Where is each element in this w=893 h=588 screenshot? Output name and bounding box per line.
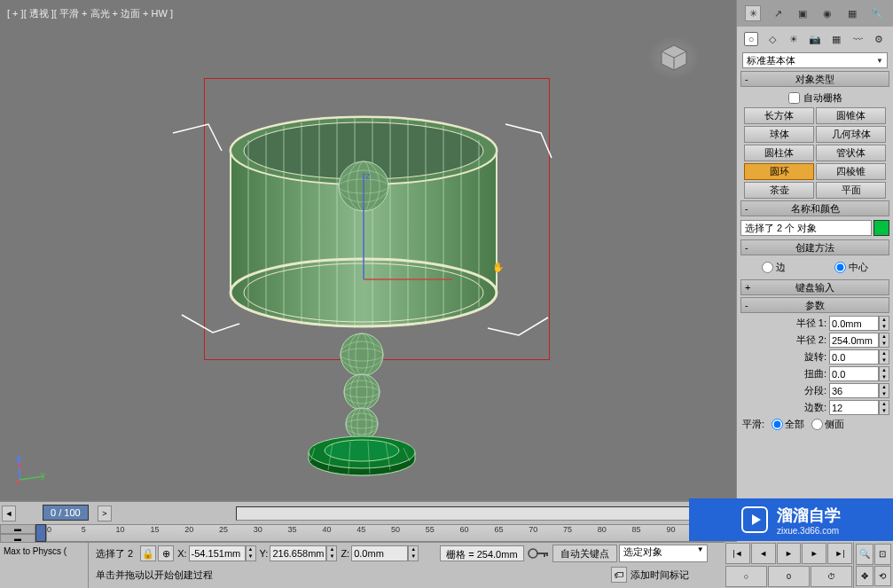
smooth-side-radio[interactable] bbox=[811, 419, 823, 430]
track-toggles[interactable]: ▬▬ bbox=[0, 524, 35, 542]
torus-button[interactable]: 圆环 bbox=[744, 163, 814, 180]
tick: 75 bbox=[563, 525, 572, 534]
svg-rect-63 bbox=[546, 553, 548, 556]
cylinder-button[interactable]: 圆柱体 bbox=[744, 145, 814, 161]
keyframe-marker[interactable] bbox=[35, 524, 46, 542]
object-type-rollout[interactable]: -对象类型 bbox=[740, 71, 889, 87]
spacewarps-icon[interactable]: 〰 bbox=[850, 32, 865, 46]
segments-spinner[interactable]: ▲▼ bbox=[879, 383, 889, 398]
name-color-rollout[interactable]: -名称和颜色 bbox=[740, 200, 889, 216]
transform-type-icon[interactable]: ⊕ bbox=[158, 545, 174, 561]
time-config-icon[interactable]: ⏱ bbox=[811, 566, 852, 587]
tick: 60 bbox=[460, 525, 469, 534]
radius1-input[interactable] bbox=[829, 316, 879, 331]
lights-icon[interactable]: ☀ bbox=[787, 32, 801, 46]
tick: 0 bbox=[47, 525, 51, 534]
script-listener[interactable]: Max to Physcs ( bbox=[0, 543, 89, 588]
cone-button[interactable]: 圆锥体 bbox=[816, 107, 886, 124]
x-coord-input[interactable] bbox=[189, 545, 246, 561]
rotation-label: 旋转: bbox=[804, 350, 826, 364]
z-coord-input[interactable] bbox=[351, 545, 408, 561]
center-radio[interactable] bbox=[834, 262, 846, 273]
zoom-all-icon[interactable]: ⊡ bbox=[874, 544, 892, 565]
lock-icon[interactable]: 🔒 bbox=[140, 545, 156, 561]
key-mode-icon[interactable] bbox=[526, 544, 551, 563]
cameras-icon[interactable]: 📷 bbox=[808, 32, 822, 46]
twist-input[interactable] bbox=[829, 366, 879, 381]
viewcube[interactable] bbox=[647, 35, 701, 80]
edge-radio[interactable] bbox=[762, 262, 773, 273]
pan-icon[interactable]: ✥ bbox=[856, 566, 873, 587]
twist-spinner[interactable]: ▲▼ bbox=[879, 366, 889, 381]
autokey-button[interactable]: 自动关键点 bbox=[552, 545, 617, 562]
sides-input[interactable] bbox=[829, 400, 879, 415]
object-name-input[interactable] bbox=[740, 220, 872, 236]
z-label: Z: bbox=[339, 548, 351, 559]
creation-method-rollout[interactable]: -创建方法 bbox=[740, 239, 889, 255]
teapot-button[interactable]: 茶壶 bbox=[744, 182, 814, 199]
object-color-swatch[interactable] bbox=[873, 220, 889, 236]
frame-indicator[interactable]: 0 / 100 bbox=[43, 505, 89, 521]
pan-cursor-icon: ✋ bbox=[492, 262, 508, 278]
key-mode-dropdown[interactable]: 选定对象 bbox=[619, 545, 708, 562]
zoom-icon[interactable]: 🔍 bbox=[856, 544, 873, 565]
x-spinner[interactable]: ▲▼ bbox=[246, 545, 256, 561]
ruler-ticks[interactable]: 0510152025303540455055606570758085909510… bbox=[46, 524, 736, 542]
edge-label: 边 bbox=[776, 261, 786, 274]
utilities-tab-icon[interactable]: 🔧 bbox=[869, 5, 885, 21]
z-spinner[interactable]: ▲▼ bbox=[408, 545, 419, 561]
play-icon[interactable]: ► bbox=[777, 543, 802, 564]
motion-tab-icon[interactable]: ◉ bbox=[819, 5, 835, 21]
timeline-left-end[interactable]: ◄ bbox=[2, 506, 16, 521]
time-slider[interactable] bbox=[236, 506, 736, 521]
modify-tab-icon[interactable]: ↗ bbox=[770, 5, 786, 21]
auto-grid-checkbox[interactable] bbox=[788, 92, 800, 104]
prompt-text: 单击并拖动以开始创建过程 bbox=[90, 567, 607, 584]
helpers-icon[interactable]: ▦ bbox=[829, 32, 843, 46]
viewport[interactable]: [ + ][ 透视 ][ 平滑 + 高光 + 边面 + HW ] z bbox=[0, 0, 736, 501]
radius2-input[interactable] bbox=[829, 333, 879, 348]
pyramid-button[interactable]: 四棱锥 bbox=[816, 163, 886, 180]
prev-frame-icon[interactable]: ◄ bbox=[751, 543, 776, 564]
geometry-icon[interactable]: ○ bbox=[744, 32, 758, 46]
primitive-set-dropdown[interactable]: 标准基本体 bbox=[742, 52, 888, 68]
watermark-url: zixue.3d66.com bbox=[777, 526, 841, 536]
timeline-next[interactable]: > bbox=[98, 506, 112, 521]
goto-end-icon[interactable]: ►| bbox=[827, 543, 852, 564]
create-tab-icon[interactable]: ✳ bbox=[745, 5, 761, 21]
radius1-spinner[interactable]: ▲▼ bbox=[879, 316, 889, 331]
tick: 90 bbox=[666, 525, 675, 534]
plane-button[interactable]: 平面 bbox=[816, 182, 886, 199]
tick: 65 bbox=[494, 525, 503, 534]
segments-input[interactable] bbox=[829, 383, 879, 398]
rotation-spinner[interactable]: ▲▼ bbox=[879, 349, 889, 365]
radius2-spinner[interactable]: ▲▼ bbox=[879, 333, 889, 348]
parameters-rollout[interactable]: -参数 bbox=[740, 297, 889, 313]
orbit-icon[interactable]: ⟲ bbox=[874, 566, 892, 587]
y-spinner[interactable]: ▲▼ bbox=[326, 545, 337, 561]
sides-spinner[interactable]: ▲▼ bbox=[879, 400, 889, 415]
systems-icon[interactable]: ⚙ bbox=[872, 32, 886, 46]
hierarchy-tab-icon[interactable]: ▣ bbox=[795, 5, 811, 21]
playback-controls: |◄◄►►►| ○0⏱ bbox=[725, 542, 853, 588]
smooth-all-radio[interactable] bbox=[772, 419, 783, 430]
y-coord-input[interactable] bbox=[270, 545, 326, 561]
shapes-icon[interactable]: ◇ bbox=[765, 32, 779, 46]
frame-input[interactable]: 0 bbox=[768, 566, 810, 587]
svg-point-50 bbox=[325, 440, 399, 461]
rotation-input[interactable] bbox=[829, 349, 879, 365]
time-tag-icon[interactable]: 🏷 bbox=[611, 567, 627, 583]
next-frame-icon[interactable]: ► bbox=[802, 543, 826, 564]
sphere-button[interactable]: 球体 bbox=[744, 126, 814, 143]
geosphere-button[interactable]: 几何球体 bbox=[816, 126, 886, 143]
time-tag-label: 添加时间标记 bbox=[631, 568, 689, 582]
keyboard-entry-rollout[interactable]: +键盘输入 bbox=[740, 279, 889, 295]
tube-button[interactable]: 管状体 bbox=[816, 145, 886, 161]
display-tab-icon[interactable]: ▦ bbox=[844, 5, 860, 21]
tick: 40 bbox=[322, 525, 331, 534]
goto-start-icon[interactable]: |◄ bbox=[725, 543, 750, 564]
box-button[interactable]: 长方体 bbox=[744, 107, 814, 124]
key-mode-toggle[interactable]: ○ bbox=[725, 566, 767, 587]
svg-text:z: z bbox=[365, 170, 371, 181]
svg-point-38 bbox=[344, 374, 380, 410]
